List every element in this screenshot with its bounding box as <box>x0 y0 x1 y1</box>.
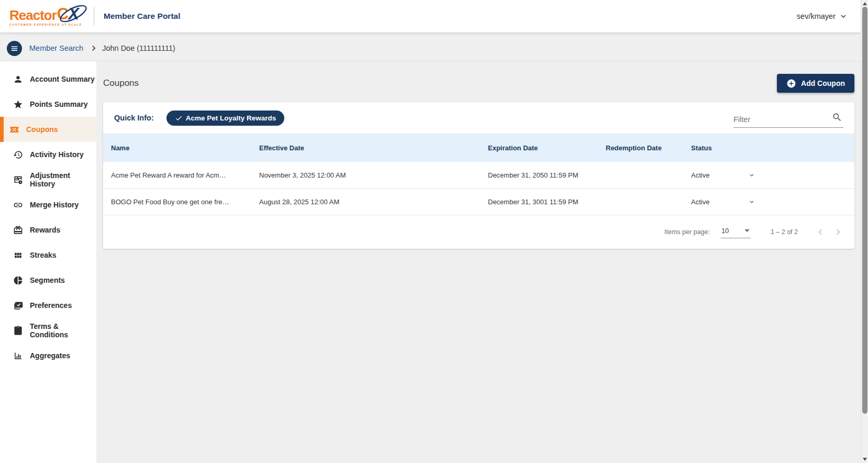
quick-info-chip-label: Acme Pet Loyalty Rewards <box>186 114 276 122</box>
sidebar-item-segments[interactable]: Segments <box>0 268 96 293</box>
paginator: Items per page: 10 1 – 2 of 2 <box>103 215 854 249</box>
app-title: Member Care Portal <box>104 12 180 21</box>
page-title: Coupons <box>103 78 139 89</box>
column-header-effective-date: Effective Date <box>259 144 488 152</box>
sidebar-item-streaks[interactable]: Streaks <box>0 242 96 268</box>
pie-chart-icon <box>13 275 23 285</box>
user-menu-label: sev/kmayer <box>797 12 836 20</box>
hamburger-icon <box>10 45 18 52</box>
hamburger-menu-button[interactable] <box>7 41 22 56</box>
sidebar-item-label: Adjustment History <box>30 171 96 188</box>
column-header-name: Name <box>103 144 259 152</box>
previous-page-button[interactable] <box>811 223 829 241</box>
cell-name: BOGO Pet Food Buy one get one fre… <box>103 198 259 206</box>
gift-icon <box>13 225 23 235</box>
table-row[interactable]: BOGO Pet Food Buy one get one fre… Augus… <box>103 189 854 215</box>
sidebar-item-terms-conditions[interactable]: Terms & Conditions <box>0 318 96 343</box>
page-size-value: 10 <box>721 227 729 235</box>
table-clock-icon <box>13 175 23 185</box>
grid-icon <box>13 250 23 260</box>
sidebar-item-label: Aggregates <box>30 351 70 360</box>
chevron-right-icon <box>832 226 844 238</box>
sidebar-item-aggregates[interactable]: Aggregates <box>0 343 96 368</box>
breadcrumb: Member Search John Doe (111111111) <box>0 32 861 61</box>
column-header-redemption-date: Redemption Date <box>606 144 691 152</box>
person-icon <box>13 74 23 84</box>
logo-text-reactor: Reactor <box>9 8 57 22</box>
page: Reactor C X CUSTOMER EXPERIENCE AT SCALE… <box>0 0 861 463</box>
table-row[interactable]: Acme Pet Reward A reward for Acm… Novemb… <box>103 162 854 189</box>
cell-effective-date: November 3, 2025 12:00 AM <box>259 171 488 179</box>
dropdown-arrow-icon <box>744 229 750 232</box>
main-content: Coupons Add Coupon Quick Info: Acme Pet … <box>96 61 861 463</box>
check-icon <box>175 114 183 122</box>
reactorcx-logo: Reactor C X CUSTOMER EXPERIENCE AT SCALE <box>9 6 82 27</box>
chevron-down-icon <box>839 12 848 21</box>
checkbox-icon <box>13 301 23 311</box>
row-expand-button[interactable] <box>745 168 759 182</box>
cell-status: Active <box>691 198 741 206</box>
header-divider <box>94 7 94 26</box>
logo-text-c: C <box>57 6 68 22</box>
add-coupon-label: Add Coupon <box>801 79 845 87</box>
row-expand-button[interactable] <box>745 195 759 208</box>
sidebar-item-label: Segments <box>30 276 65 284</box>
chevron-down-icon <box>748 197 755 207</box>
breadcrumb-member-search-link[interactable]: Member Search <box>29 44 83 52</box>
column-header-expiration-date: Expiration Date <box>488 144 606 152</box>
app-header: Reactor C X CUSTOMER EXPERIENCE AT SCALE… <box>0 0 861 32</box>
scrollbar-down-arrow[interactable] <box>863 458 867 461</box>
quick-info-chip[interactable]: Acme Pet Loyalty Rewards <box>166 111 285 126</box>
page-size-select[interactable]: 10 <box>720 226 751 238</box>
filter-field <box>733 111 843 128</box>
plus-circle-icon <box>786 79 796 89</box>
cell-effective-date: August 28, 2025 12:00 AM <box>259 198 488 206</box>
add-coupon-button[interactable]: Add Coupon <box>777 74 854 93</box>
paginator-range-label: 1 – 2 of 2 <box>771 228 798 236</box>
sidebar-item-label: Account Summary <box>30 75 95 83</box>
items-per-page-label: Items per page: <box>664 228 710 236</box>
sidebar-item-account-summary[interactable]: Account Summary <box>0 67 96 92</box>
bar-chart-icon <box>13 351 23 361</box>
sidebar: Account Summary Points Summary Coupons A… <box>0 61 96 463</box>
cell-status: Active <box>691 171 741 179</box>
sidebar-item-label: Streaks <box>30 251 57 259</box>
coupon-icon <box>9 125 19 135</box>
chevron-left-icon <box>815 226 826 238</box>
history-icon <box>13 150 23 160</box>
sidebar-item-label: Activity History <box>30 150 84 159</box>
table-header-row: Name Effective Date Expiration Date Rede… <box>103 134 854 162</box>
sidebar-item-merge-history[interactable]: Merge History <box>0 192 96 217</box>
cell-expiration-date: December 31, 2050 11:59 PM <box>488 171 606 179</box>
coupons-card: Quick Info: Acme Pet Loyalty Rewards Nam… <box>103 102 854 249</box>
sidebar-item-activity-history[interactable]: Activity History <box>0 142 96 167</box>
clipboard-icon <box>13 326 23 336</box>
sidebar-item-preferences[interactable]: Preferences <box>0 293 96 318</box>
sidebar-item-rewards[interactable]: Rewards <box>0 217 96 242</box>
scrollbar-up-arrow[interactable] <box>863 2 867 5</box>
chevron-right-icon <box>88 43 99 53</box>
sidebar-item-points-summary[interactable]: Points Summary <box>0 92 96 117</box>
breadcrumb-current-member: John Doe (111111111) <box>102 44 175 52</box>
user-menu[interactable]: sev/kmayer <box>797 12 848 21</box>
star-icon <box>13 100 23 109</box>
quick-info-label: Quick Info: <box>114 114 154 122</box>
sidebar-item-label: Points Summary <box>30 100 87 108</box>
cell-expiration-date: December 31, 3001 11:59 PM <box>488 198 606 206</box>
sidebar-item-label: Preferences <box>30 301 72 310</box>
sidebar-item-label: Rewards <box>30 226 60 234</box>
search-icon <box>832 112 842 123</box>
filter-input[interactable] <box>733 111 828 126</box>
column-header-status: Status <box>691 144 741 152</box>
next-page-button[interactable] <box>829 223 847 241</box>
vertical-scrollbar[interactable] <box>861 0 868 463</box>
chevron-down-icon <box>748 170 755 180</box>
sidebar-item-label: Terms & Conditions <box>30 322 96 339</box>
sidebar-item-label: Coupons <box>26 125 58 134</box>
logo-tagline: CUSTOMER EXPERIENCE AT SCALE <box>9 24 82 27</box>
sidebar-item-coupons[interactable]: Coupons <box>0 117 96 142</box>
scrollbar-thumb[interactable] <box>862 7 867 414</box>
cell-name: Acme Pet Reward A reward for Acm… <box>103 171 259 179</box>
sidebar-item-adjustment-history[interactable]: Adjustment History <box>0 167 96 192</box>
coupons-table: Name Effective Date Expiration Date Rede… <box>103 134 854 215</box>
